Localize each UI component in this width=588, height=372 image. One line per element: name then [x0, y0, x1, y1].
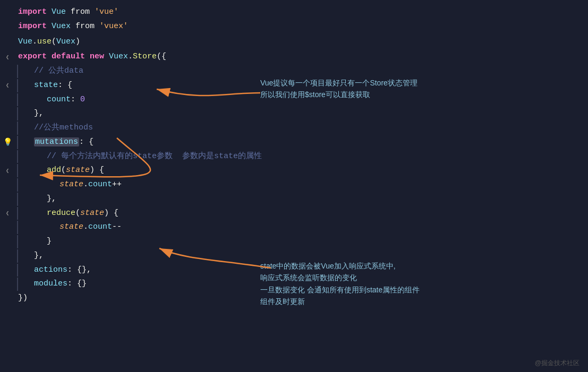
token: reduce: [47, 209, 75, 218]
token: ) {: [90, 166, 104, 175]
code-text: // 公共data: [17, 65, 83, 78]
token: Vuex: [56, 37, 75, 46]
code-text: state.count++: [17, 178, 122, 192]
token: Vuex: [52, 22, 71, 31]
code-line: 💡mutations: {: [0, 135, 588, 150]
code-line: Vue.use(Vuex): [0, 35, 588, 49]
watermark: @掘金技术社区: [535, 359, 580, 368]
code-text: },: [17, 249, 44, 263]
token: from: [66, 7, 95, 16]
code-line: state.count--: [0, 220, 588, 235]
token: count: [88, 222, 112, 231]
code-line: import Vuex from 'vuex': [0, 20, 588, 34]
token: export: [18, 52, 52, 61]
code-line: }): [0, 291, 588, 306]
code-text: mutations: {: [17, 136, 93, 149]
code-line: },: [0, 107, 588, 121]
code-line: }: [0, 235, 588, 249]
token: .: [83, 222, 88, 231]
token: new: [90, 52, 109, 61]
code-line: },: [0, 192, 588, 206]
token: .: [128, 52, 133, 61]
gutter-icon: ❮: [0, 209, 15, 218]
code-line: modules: {}: [0, 277, 588, 291]
code-line: count: 0: [0, 93, 588, 107]
code-text: },: [17, 107, 44, 120]
token: state: [59, 180, 83, 189]
code-line: //公共methods: [0, 121, 588, 135]
code-text: state.count--: [17, 221, 122, 234]
token: : {: [58, 81, 72, 90]
token: ++: [112, 180, 122, 189]
token: count: [47, 95, 71, 104]
code-text: //公共methods: [17, 122, 93, 135]
token: Store: [133, 52, 157, 61]
code-text: import Vue from 'vue': [15, 6, 118, 19]
token: }): [18, 293, 28, 302]
token: 'vue': [95, 7, 118, 16]
token: : {: [79, 137, 93, 146]
code-line: ❮reduce(state) {: [0, 206, 588, 221]
code-line: // 每个方法内默认有的state参数 参数内是state的属性: [0, 150, 588, 164]
code-text: actions: {},: [17, 264, 91, 277]
token: state: [80, 209, 104, 218]
token: : {}: [67, 279, 87, 288]
token: modules: [34, 279, 67, 288]
code-line: },: [0, 249, 588, 263]
token: 0: [80, 95, 85, 104]
token: count: [88, 180, 112, 189]
code-block: import Vue from 'vue'import Vuex from 'v…: [0, 5, 588, 306]
token: state: [59, 222, 83, 231]
token: //公共methods: [34, 123, 93, 132]
token: ): [75, 37, 80, 46]
code-line: state.count++: [0, 178, 588, 192]
token: use: [37, 37, 52, 46]
code-text: export default new Vuex.Store({: [15, 50, 166, 64]
code-line: import Vue from 'vue': [0, 5, 588, 20]
token: // 每个方法内默认有的state参数 参数内是state的属性: [47, 152, 262, 161]
token: },: [47, 194, 56, 203]
token: import: [18, 22, 52, 31]
code-text: state: {: [17, 79, 72, 92]
token: .: [83, 180, 88, 189]
token: : {},: [67, 265, 91, 274]
token: // 公共data: [34, 66, 83, 75]
token: Vuex: [109, 52, 128, 61]
token: (: [61, 166, 66, 175]
token: --: [112, 222, 122, 231]
token: ({: [157, 52, 166, 61]
code-container: import Vue from 'vue'import Vuex from 'v…: [0, 0, 588, 372]
token: (: [75, 209, 80, 218]
code-line: ❮state: {: [0, 79, 588, 93]
code-text: add(state) {: [17, 164, 104, 177]
code-text: reduce(state) {: [17, 207, 118, 220]
token: mutations: [34, 137, 79, 146]
token: Vue: [18, 37, 32, 46]
code-line: ❮add(state) {: [0, 163, 588, 178]
token: (: [52, 37, 56, 46]
token: default: [52, 52, 90, 61]
code-text: import Vuex from 'vuex': [15, 20, 128, 33]
token: Vue: [52, 7, 66, 16]
token: },: [34, 251, 44, 260]
code-text: Vue.use(Vuex): [15, 36, 80, 49]
token: 'vuex': [99, 22, 128, 31]
code-text: // 每个方法内默认有的state参数 参数内是state的属性: [17, 150, 262, 163]
token: }: [47, 237, 52, 246]
token: state: [34, 81, 58, 90]
code-text: },: [17, 193, 56, 206]
token: ) {: [104, 209, 118, 218]
token: state: [66, 166, 90, 175]
gutter-icon: ❮: [0, 53, 15, 62]
token: :: [71, 95, 80, 104]
token: actions: [34, 265, 67, 274]
gutter-icon: ❮: [0, 81, 15, 90]
token: },: [34, 109, 44, 118]
token: from: [71, 22, 99, 31]
code-text: count: 0: [17, 93, 85, 107]
code-text: }: [17, 235, 52, 248]
gutter-icon: 💡: [0, 136, 15, 149]
code-text: }): [15, 292, 28, 305]
code-line: actions: {},: [0, 263, 588, 278]
token: .: [32, 37, 37, 46]
